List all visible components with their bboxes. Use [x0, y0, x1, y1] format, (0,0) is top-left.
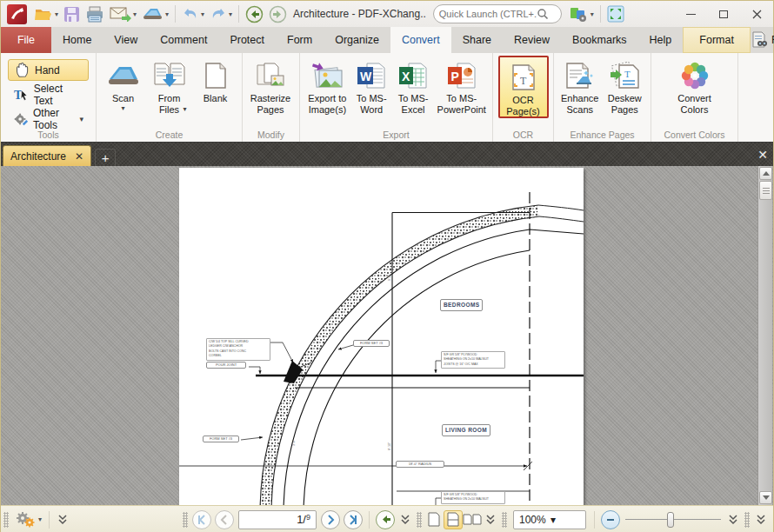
new-tab-button[interactable]: +	[95, 149, 116, 166]
tab-protect[interactable]: Protect	[218, 27, 276, 53]
radius-label: 18'-0" RADIUS	[396, 461, 444, 468]
scan-button[interactable]: ▾	[139, 3, 171, 25]
to-ms-excel-button[interactable]: X To MS- Excel	[392, 56, 435, 115]
divider	[369, 511, 370, 529]
tab-share[interactable]: Share	[451, 27, 503, 53]
scroll-down-button[interactable]	[759, 491, 772, 504]
tab-home[interactable]: Home	[51, 27, 103, 53]
back-button[interactable]	[243, 3, 266, 25]
dimension-label: 8'-10"	[388, 442, 391, 450]
zoom-out-button[interactable]	[601, 510, 620, 529]
tab-comment[interactable]: Comment	[149, 27, 218, 53]
close-button[interactable]	[740, 3, 773, 25]
statusbar-options-button[interactable]: ▾	[11, 509, 44, 531]
quick-launch-input[interactable]	[439, 9, 537, 19]
document-tab-label: Architecture	[10, 150, 66, 163]
app-logo-icon	[7, 4, 27, 24]
enhance-scans-button[interactable]: Enhance Scans	[557, 56, 603, 115]
hand-tool-button[interactable]: Hand	[8, 59, 89, 81]
page-number-input[interactable]	[259, 513, 303, 526]
ribbon-spacer	[738, 53, 773, 142]
sessions-button[interactable]: ▾	[567, 3, 597, 25]
zoom-level-select[interactable]: 100% ▾	[513, 510, 586, 529]
close-tab-icon[interactable]: ✕	[75, 151, 83, 162]
first-page-button[interactable]	[192, 510, 211, 529]
two-page-view-button[interactable]	[463, 510, 482, 529]
continuous-view-button[interactable]	[444, 510, 463, 529]
deskew-pages-icon: T	[609, 59, 640, 92]
blank-button[interactable]: Blank	[192, 56, 238, 104]
scrollbar-thumb[interactable]	[759, 181, 772, 200]
forward-button[interactable]	[266, 3, 290, 25]
word-icon: W	[357, 59, 386, 92]
from-files-button[interactable]: From Files ▾	[146, 56, 192, 113]
other-tools-button[interactable]: Other Tools ▾	[8, 108, 89, 130]
fullscreen-button[interactable]	[604, 3, 627, 25]
scan-ribbon-button[interactable]: Scan ▾	[100, 56, 146, 112]
tab-organize[interactable]: Organize	[324, 27, 390, 53]
undo-button[interactable]: ▾	[179, 3, 207, 25]
convert-colors-icon	[679, 59, 711, 92]
rasterize-pages-button[interactable]: Rasterize Pages	[246, 56, 295, 115]
zoom-options-chevron[interactable]	[728, 515, 738, 525]
to-ms-powerpoint-button[interactable]: P To MS- PowerPoint	[434, 56, 489, 115]
toolbar-grip[interactable]	[417, 512, 422, 528]
next-page-icon	[325, 515, 336, 525]
chevron-down-icon: ▾	[591, 10, 594, 18]
convert-colors-button[interactable]: Convert Colors	[666, 56, 724, 115]
vertical-scrollbar[interactable]	[757, 166, 772, 505]
document-tab-architecture[interactable]: Architecture ✕	[3, 145, 91, 166]
find-document-icon[interactable]	[751, 31, 768, 49]
last-page-button[interactable]	[344, 510, 363, 529]
gear-icon	[13, 110, 29, 127]
document-area: BEDROOMS LIVING ROOM FORM SET #3 FORM SE…	[1, 166, 773, 505]
chevron-down-icon: ▾	[229, 10, 232, 18]
minimize-button[interactable]	[674, 3, 707, 25]
tab-file[interactable]: File	[1, 27, 51, 53]
open-button[interactable]: ▾	[31, 3, 61, 25]
toolbar-grip[interactable]	[3, 512, 9, 528]
zoom-slider[interactable]	[625, 510, 721, 529]
deskew-pages-button[interactable]: T Deskew Pages	[603, 56, 648, 115]
export-to-images-button[interactable]: Export to Image(s)	[304, 56, 351, 115]
toolbar-grip[interactable]	[183, 512, 188, 528]
minus-icon	[606, 515, 615, 524]
slider-handle[interactable]	[667, 512, 674, 528]
quick-launch-box[interactable]	[433, 4, 562, 23]
scroll-up-button[interactable]	[759, 167, 772, 180]
toolbar-grip[interactable]	[502, 512, 507, 528]
more-tools-chevron[interactable]	[57, 515, 68, 525]
email-button[interactable]: ▾	[107, 3, 139, 25]
note-right-top: S/F GR 5/8" PLYWOOD SHEATHING ON 2x10 WA…	[441, 351, 505, 369]
print-button[interactable]	[83, 3, 107, 25]
previous-page-button[interactable]	[215, 510, 234, 529]
tab-format[interactable]: Format	[683, 27, 751, 53]
view-history-chevron[interactable]	[400, 515, 410, 525]
previous-view-button[interactable]	[376, 510, 395, 529]
save-button[interactable]	[61, 3, 83, 25]
redo-button[interactable]: ▾	[207, 3, 235, 25]
tab-convert[interactable]: Convert	[390, 27, 451, 53]
pdf-page[interactable]: BEDROOMS LIVING ROOM FORM SET #3 FORM SE…	[179, 168, 584, 505]
svg-text:P: P	[450, 70, 458, 83]
document-tab-bar: Architecture ✕ + ✕	[1, 143, 773, 166]
chevron-down-icon: ▾	[79, 116, 83, 123]
tab-bookmarks[interactable]: Bookmarks	[561, 27, 638, 53]
maximize-button[interactable]	[707, 3, 740, 25]
powerpoint-icon: P	[447, 59, 477, 92]
tab-help[interactable]: Help	[638, 27, 684, 53]
statusbar-overflow-chevron[interactable]	[756, 515, 766, 525]
tab-form[interactable]: Form	[276, 27, 324, 53]
page-number-box[interactable]: / 9	[238, 510, 317, 529]
ocr-pages-button[interactable]: T OCR Page(s)	[498, 56, 549, 118]
next-page-button[interactable]	[321, 510, 340, 529]
to-ms-word-button[interactable]: W To MS- Word	[351, 56, 392, 115]
close-document-icon[interactable]: ✕	[757, 148, 768, 162]
select-text-button[interactable]: T Select Text	[8, 83, 89, 105]
layout-options-chevron[interactable]	[485, 515, 496, 525]
first-page-icon	[197, 515, 207, 525]
single-page-view-button[interactable]	[424, 510, 444, 529]
tab-review[interactable]: Review	[503, 27, 561, 53]
tab-view[interactable]: View	[103, 27, 149, 53]
toolbar-grip[interactable]	[744, 512, 750, 528]
